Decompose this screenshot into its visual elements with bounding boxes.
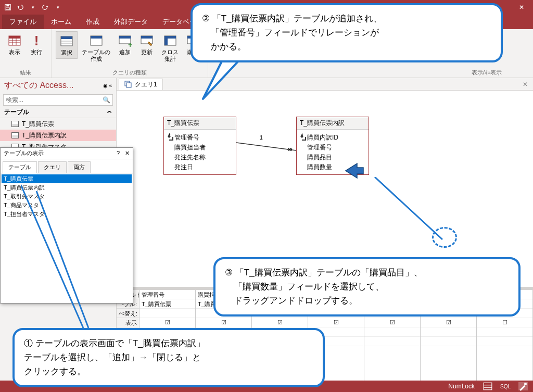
nav-item[interactable]: T_購買伝票 <box>0 118 116 130</box>
tab-create[interactable]: 作成 <box>79 15 107 29</box>
dialog-tabs: テーブル クエリ 両方 <box>1 159 133 173</box>
select-label: 選択 <box>61 49 72 56</box>
crosstab-label: クロス 集計 <box>161 49 179 62</box>
table-box-header[interactable]: T_購買伝票 管理番号 購買担当者 発注先名称 発注日 <box>163 117 236 175</box>
append-label: 追加 <box>119 49 131 56</box>
svg-line-34 <box>21 185 83 328</box>
svg-rect-32 <box>524 383 527 385</box>
svg-rect-19 <box>141 36 153 39</box>
save-icon[interactable] <box>4 4 11 11</box>
table-header: T_購買伝票内訳 <box>297 117 369 130</box>
group-showhide-label: 表示/非表示 <box>472 68 502 78</box>
tab-queries[interactable]: クエリ <box>38 161 67 173</box>
sql-view-icon[interactable]: SQL <box>501 382 510 390</box>
close-button[interactable]: ✕ <box>510 0 533 15</box>
annotation-line <box>21 180 125 331</box>
select-query-button[interactable]: 選択 <box>56 31 78 59</box>
undo-icon[interactable] <box>17 4 24 11</box>
svg-rect-27 <box>126 83 131 87</box>
update-button[interactable]: 更新 <box>136 31 157 58</box>
query-tab[interactable]: クエリ1 <box>119 79 163 90</box>
annotation-callout-1: ① テーブルの表示画面で「T_購買伝票内訳」 テーブルを選択し、「追加」→「閉じ… <box>12 328 325 387</box>
table-header: T_購買伝票 <box>164 117 236 130</box>
document-tabs: クエリ1 ✕ <box>117 78 533 91</box>
svg-rect-1 <box>6 5 9 7</box>
svg-rect-10 <box>61 36 72 39</box>
tab-home[interactable]: ホーム <box>44 15 79 29</box>
callout-text: ① テーブルの表示画面で「T_購買伝票内訳」 テーブルを選択し、「追加」→「閉じ… <box>24 336 313 379</box>
tab-both[interactable]: 両方 <box>68 161 91 173</box>
callout-text: ② 「T_購買伝票内訳」テーブルが追加され、 「管理番号」フィールドでリレーショ… <box>202 11 491 54</box>
query-tab-label: クエリ1 <box>135 80 157 89</box>
append-button[interactable]: + 追加 <box>115 31 135 58</box>
crosstab-icon <box>163 33 177 48</box>
tab-file[interactable]: ファイル <box>2 15 44 29</box>
run-button[interactable]: ! 実行 <box>26 31 47 58</box>
crosstab-button[interactable]: クロス 集計 <box>158 31 182 65</box>
group-querytype-label: クエリの種類 <box>56 68 204 78</box>
search-field[interactable] <box>6 96 103 104</box>
search-icon[interactable]: 🔍 <box>103 96 110 104</box>
update-label: 更新 <box>141 49 153 56</box>
qat-more-icon[interactable]: ▾ <box>54 4 61 11</box>
design-view-icon[interactable] <box>518 382 528 390</box>
query-icon <box>124 81 132 88</box>
callout-tail-2 <box>193 57 255 109</box>
field-row[interactable]: 管理番号 <box>166 133 234 143</box>
view-label: 表示 <box>9 49 20 56</box>
field-row[interactable]: 購買品目 <box>299 153 366 162</box>
svg-line-33 <box>375 177 442 239</box>
collapse-icon[interactable]: ︽ <box>107 108 112 117</box>
field-row[interactable]: 購買担当者 <box>166 143 234 153</box>
run-label: 実行 <box>31 49 42 56</box>
nav-collapse-icon[interactable]: ◉ « <box>103 83 112 88</box>
svg-rect-14 <box>91 36 102 39</box>
field-row[interactable]: 管理番号 <box>299 143 366 153</box>
annotation-callout-2: ② 「T_購買伝票内訳」テーブルが追加され、 「管理番号」フィールドでリレーショ… <box>191 3 503 62</box>
svg-text:+: + <box>128 41 132 48</box>
datasheet-view-icon[interactable] <box>483 382 492 390</box>
table-icon <box>59 34 74 48</box>
group-results-label: 結果 <box>4 68 47 78</box>
nav-section-tables[interactable]: テーブル ︽ <box>0 107 116 118</box>
maketable-icon <box>89 33 104 48</box>
annotation-callout-3: ③ 「T_購買伝票内訳」テーブルの「購買品目」、 「購買数量」フィールドを選択し… <box>213 257 521 317</box>
join-cardinality-many: ∞ <box>287 145 292 153</box>
svg-rect-22 <box>164 36 168 45</box>
search-input[interactable]: 🔍 <box>3 94 113 106</box>
nav-item[interactable]: T_購買伝票内訳 <box>0 130 116 141</box>
callout-text: ③ 「T_購買伝票内訳」テーブルの「購買品目」、 「購買数量」フィールドを選択し… <box>225 265 509 308</box>
view-button[interactable]: 表示 <box>4 31 25 58</box>
run-icon: ! <box>29 33 44 48</box>
chevron-down-icon[interactable]: ▾ <box>29 4 36 11</box>
maketable-button[interactable]: テーブルの 作成 <box>79 31 113 65</box>
close-icon[interactable]: ✕ <box>125 150 130 157</box>
join-cardinality-one: 1 <box>260 135 263 141</box>
svg-rect-2 <box>6 8 10 10</box>
tab-external[interactable]: 外部データ <box>107 15 155 29</box>
svg-rect-4 <box>9 36 20 39</box>
svg-rect-16 <box>119 36 131 39</box>
field-row[interactable]: 発注日 <box>166 162 234 172</box>
dialog-titlebar[interactable]: テーブルの表示 ? ✕ <box>1 148 133 159</box>
annotation-line <box>364 177 468 260</box>
nav-title: すべての Access... <box>4 80 73 91</box>
dialog-title: テーブルの表示 <box>4 149 44 157</box>
field-row[interactable]: 発注先名称 <box>166 153 234 162</box>
table-icon <box>11 121 19 127</box>
datasheet-icon <box>7 33 22 48</box>
help-icon[interactable]: ? <box>117 150 120 157</box>
svg-rect-29 <box>484 383 492 390</box>
append-icon: + <box>118 33 132 48</box>
table-icon <box>11 132 19 138</box>
svg-line-35 <box>36 191 88 328</box>
numlock-indicator: NumLock <box>448 383 475 390</box>
redo-icon[interactable] <box>42 4 49 11</box>
update-icon <box>139 33 154 48</box>
field-row[interactable]: 購買内訳ID <box>299 133 366 143</box>
close-tab-icon[interactable]: ✕ <box>523 81 528 88</box>
maketable-label: テーブルの 作成 <box>82 49 110 62</box>
tab-tables[interactable]: テーブル <box>3 161 37 173</box>
cursor-arrow-icon <box>345 162 364 182</box>
